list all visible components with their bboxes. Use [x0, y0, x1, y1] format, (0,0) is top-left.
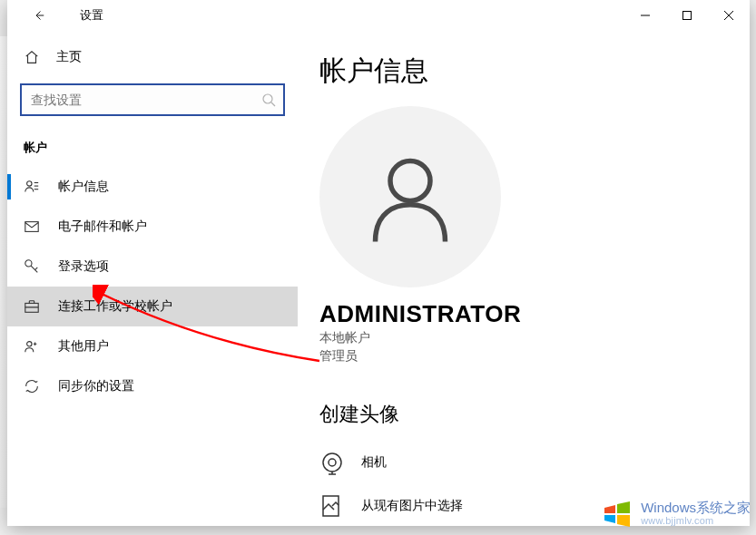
- svg-marker-20: [604, 515, 615, 523]
- sidebar-item-label: 登录选项: [58, 258, 109, 275]
- account-info-icon: [24, 179, 40, 195]
- search-box[interactable]: [20, 83, 285, 116]
- page-title: 帐户信息: [319, 53, 750, 90]
- watermark-domain: www.bjjmlv.com: [641, 515, 751, 526]
- svg-point-4: [263, 94, 272, 103]
- sidebar: 主页 帐户 帐户信息: [7, 31, 298, 526]
- titlebar-right: [624, 0, 750, 31]
- camera-icon: [319, 450, 345, 475]
- svg-point-11: [25, 260, 32, 267]
- avatar-placeholder-icon: [360, 147, 460, 247]
- svg-line-5: [271, 102, 275, 106]
- svg-point-13: [27, 342, 32, 346]
- watermark: Windows系统之家 www.bjjmlv.com: [599, 495, 751, 531]
- email-icon: [24, 219, 40, 235]
- account-role: 管理员: [319, 348, 750, 365]
- maximize-button[interactable]: [666, 0, 708, 31]
- minimize-icon: [640, 10, 651, 21]
- svg-marker-21: [617, 515, 630, 527]
- window-body: 主页 帐户 帐户信息: [7, 31, 750, 526]
- svg-point-6: [27, 181, 32, 186]
- watermark-brand: Windows: [641, 500, 696, 515]
- search-icon: [261, 92, 276, 107]
- sidebar-item-work-school[interactable]: 连接工作或学校帐户: [7, 287, 298, 326]
- avatar-option-label: 相机: [361, 454, 387, 471]
- account-type: 本地帐户: [319, 330, 750, 346]
- search-wrap: [7, 74, 298, 131]
- svg-marker-19: [617, 501, 630, 513]
- home-label: 主页: [56, 49, 82, 65]
- username: ADMINISTRATOR: [319, 300, 750, 328]
- svg-rect-1: [683, 12, 692, 20]
- home-button[interactable]: 主页: [7, 40, 298, 74]
- svg-point-14: [390, 160, 430, 200]
- maximize-icon: [682, 10, 692, 21]
- settings-window: 设置 主页: [7, 0, 750, 526]
- window-title: 设置: [80, 7, 103, 24]
- windows-logo-icon: [599, 495, 635, 531]
- avatar-circle: [319, 106, 501, 287]
- svg-rect-10: [25, 222, 38, 232]
- background-edge: [0, 36, 7, 508]
- avatar-option-label: 从现有图片中选择: [361, 498, 463, 514]
- back-arrow-icon: [34, 10, 44, 21]
- close-button[interactable]: [708, 0, 750, 31]
- svg-marker-18: [604, 505, 615, 513]
- browse-icon: [319, 493, 345, 519]
- key-icon: [24, 258, 40, 275]
- sidebar-item-label: 其他用户: [58, 338, 109, 355]
- sync-icon: [24, 378, 40, 394]
- watermark-text: Windows系统之家 www.bjjmlv.com: [641, 501, 751, 527]
- close-icon: [723, 10, 734, 21]
- avatar-section-title: 创建头像: [319, 401, 750, 428]
- sidebar-item-account-info[interactable]: 帐户信息: [7, 167, 298, 207]
- sidebar-item-signin-options[interactable]: 登录选项: [7, 247, 298, 287]
- sidebar-item-label: 连接工作或学校帐户: [58, 298, 172, 315]
- titlebar: 设置: [7, 0, 750, 31]
- minimize-button[interactable]: [624, 0, 666, 31]
- svg-point-15: [323, 453, 341, 472]
- watermark-suffix: 系统之家: [696, 500, 751, 515]
- sidebar-item-label: 帐户信息: [58, 179, 109, 195]
- main-content: 帐户信息 ADMINISTRATOR 本地帐户 管理员 创建头像 相机: [298, 31, 750, 526]
- sidebar-item-email[interactable]: 电子邮件和帐户: [7, 207, 298, 247]
- titlebar-left: 设置: [18, 0, 103, 31]
- search-input[interactable]: [31, 92, 261, 107]
- briefcase-icon: [24, 298, 40, 315]
- sidebar-section-label: 帐户: [7, 131, 298, 167]
- sidebar-item-other-users[interactable]: 其他用户: [7, 326, 298, 366]
- home-icon: [24, 49, 40, 65]
- sidebar-item-label: 电子邮件和帐户: [58, 219, 147, 235]
- sidebar-item-sync[interactable]: 同步你的设置: [7, 366, 298, 406]
- avatar-option-camera[interactable]: 相机: [319, 441, 750, 484]
- other-users-icon: [24, 338, 40, 355]
- sidebar-item-label: 同步你的设置: [58, 378, 134, 394]
- svg-point-16: [329, 459, 336, 466]
- back-button[interactable]: [18, 0, 60, 31]
